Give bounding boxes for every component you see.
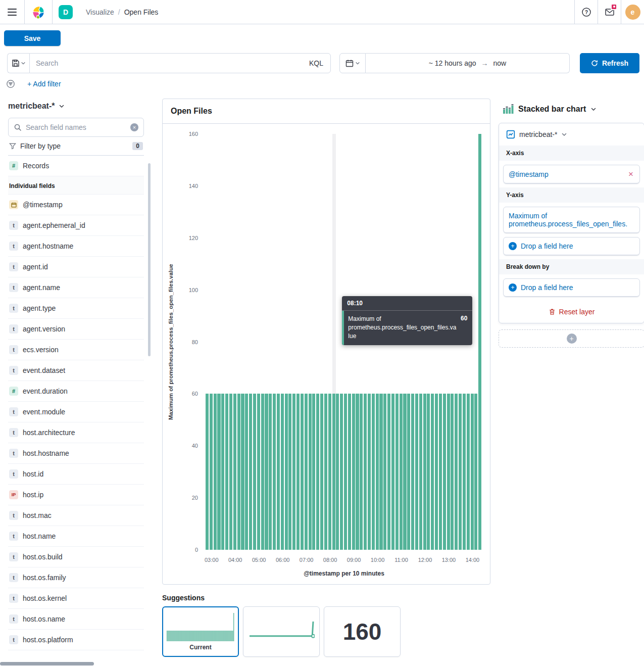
bar[interactable] (348, 394, 351, 550)
field-list-item[interactable]: tagent.version (8, 319, 144, 340)
suggestion-current[interactable]: Current (162, 606, 239, 657)
bar[interactable] (312, 394, 315, 550)
field-list-item[interactable]: tecs.version (8, 340, 144, 360)
records-field-item[interactable]: # Records (8, 156, 144, 176)
bar[interactable] (281, 394, 284, 550)
chart-type-switcher[interactable]: Stacked bar chart (499, 99, 644, 123)
notifications-button[interactable] (598, 0, 621, 24)
bar[interactable] (206, 394, 209, 550)
bar[interactable] (336, 394, 339, 550)
plot-area[interactable]: 08:10 Maximum of prometheus.process_file… (206, 134, 482, 550)
field-list-item[interactable]: thost.id (8, 464, 144, 485)
help-button[interactable]: ? (574, 0, 598, 24)
bar[interactable] (400, 394, 403, 550)
bar[interactable] (360, 394, 363, 550)
bar[interactable] (320, 394, 323, 550)
layer-index-pattern-switcher[interactable]: metricbeat-* (499, 123, 644, 146)
field-list-item[interactable]: thost.hostname (8, 443, 144, 464)
field-list-item[interactable]: thost.architecture (8, 422, 144, 443)
field-list-item[interactable]: @timestamp (8, 195, 144, 215)
bar[interactable] (356, 394, 359, 550)
bar[interactable] (439, 394, 442, 550)
bar[interactable] (301, 394, 304, 550)
bar[interactable] (288, 394, 291, 550)
field-list-item[interactable]: thost.mac (8, 505, 144, 526)
bar[interactable] (249, 394, 252, 550)
bar[interactable] (391, 394, 394, 550)
bar[interactable] (407, 394, 410, 550)
saved-query-menu-button[interactable] (7, 53, 29, 73)
bar[interactable] (233, 394, 236, 550)
bar[interactable] (221, 394, 224, 550)
bar[interactable] (372, 394, 375, 550)
bar[interactable] (395, 394, 399, 550)
bar[interactable] (309, 394, 312, 550)
bar[interactable] (265, 394, 268, 550)
add-filter-button[interactable]: + Add filter (27, 80, 61, 88)
time-range-start[interactable]: ~ 12 hours ago (429, 59, 476, 67)
bar[interactable] (443, 394, 446, 550)
bar[interactable] (451, 394, 454, 550)
bar[interactable] (296, 394, 300, 550)
x-axis-dimension[interactable]: @timestamp (503, 165, 640, 183)
field-list-item[interactable]: thost.os.platform (8, 630, 144, 650)
bar[interactable] (277, 394, 280, 550)
filter-icon[interactable] (6, 79, 15, 88)
bar[interactable] (478, 134, 481, 550)
field-search-input[interactable] (26, 123, 126, 131)
bar[interactable] (376, 394, 379, 550)
add-layer-button[interactable] (499, 329, 644, 348)
bar[interactable] (241, 394, 244, 550)
bar[interactable] (435, 394, 438, 550)
time-range-display[interactable]: ~ 12 hours ago → now (366, 53, 570, 73)
bar[interactable] (455, 394, 458, 550)
sidebar-scrollbar[interactable] (148, 163, 151, 356)
field-list-item[interactable]: IPhost.ip (8, 485, 144, 505)
field-list-item[interactable]: thost.os.kernel (8, 588, 144, 609)
logo-section[interactable] (24, 0, 52, 24)
bar[interactable] (340, 394, 343, 550)
bar[interactable] (316, 394, 319, 550)
bar[interactable] (344, 394, 347, 550)
index-pattern-switcher[interactable]: metricbeat-* (8, 99, 144, 118)
bar[interactable] (447, 394, 450, 550)
bar[interactable] (324, 394, 327, 550)
bar[interactable] (305, 394, 308, 550)
bar[interactable] (471, 394, 474, 550)
breadcrumb-visualize[interactable]: Visualize (86, 8, 114, 16)
user-menu-button[interactable]: e (621, 0, 644, 24)
field-list-item[interactable]: tevent.dataset (8, 360, 144, 381)
field-list-item[interactable]: #event.duration (8, 381, 144, 402)
bar[interactable] (285, 394, 288, 550)
bar[interactable] (467, 394, 470, 550)
filter-by-type-button[interactable]: Filter by type 0 (8, 137, 144, 156)
bar[interactable] (387, 394, 390, 550)
bar[interactable] (411, 394, 414, 550)
bar[interactable] (210, 394, 213, 550)
bar[interactable] (463, 394, 466, 550)
bar[interactable] (273, 394, 276, 550)
bar[interactable] (431, 394, 434, 550)
menu-button[interactable] (0, 0, 24, 24)
field-list-item[interactable]: thost.os.family (8, 567, 144, 588)
bar[interactable] (403, 394, 406, 550)
field-list-item[interactable]: tevent.module (8, 402, 144, 422)
bar[interactable] (423, 394, 426, 550)
bar[interactable] (419, 394, 422, 550)
y-axis-dimension[interactable]: Maximum of prometheus.process_files_open… (503, 207, 640, 233)
suggestion-metric[interactable]: 160 (324, 606, 401, 657)
bar[interactable] (427, 394, 430, 550)
field-list-item[interactable]: thost.os.name (8, 609, 144, 630)
horizontal-scrollbar[interactable] (0, 662, 94, 665)
bar[interactable] (383, 394, 386, 550)
field-list-item[interactable]: tagent.hostname (8, 236, 144, 257)
remove-dimension-icon[interactable] (627, 170, 634, 178)
search-input[interactable] (30, 59, 302, 67)
field-list-item[interactable]: tagent.type (8, 298, 144, 319)
bar[interactable] (229, 394, 232, 550)
bar[interactable] (364, 394, 367, 550)
break-down-drop-field[interactable]: Drop a field here (503, 278, 640, 297)
field-list-item[interactable]: thost.name (8, 526, 144, 547)
y-axis-drop-field[interactable]: Drop a field here (503, 237, 640, 255)
bar[interactable] (217, 394, 220, 550)
